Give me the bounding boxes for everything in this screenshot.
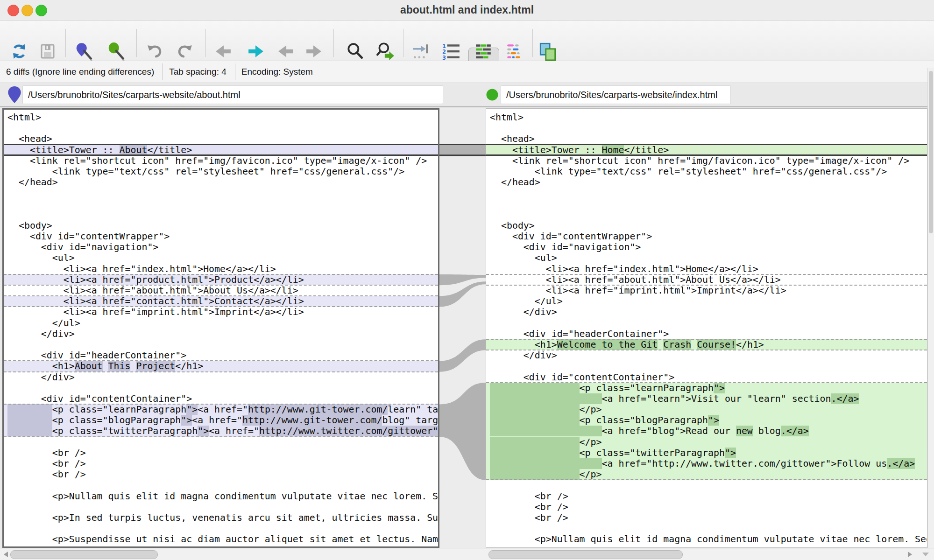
code-line: <body> xyxy=(4,220,438,231)
toolbar-separator xyxy=(333,29,334,57)
scroll-left-arrow[interactable] xyxy=(4,552,8,557)
window-title: about.html and index.html xyxy=(0,0,934,20)
diff-tool-window: about.html and index.html xyxy=(0,0,934,560)
code-line: <title>Tower :: Home</title> xyxy=(486,145,927,155)
code-line: <li><a href="index.html">Home</a></li> xyxy=(4,264,438,274)
previous-change-button[interactable] xyxy=(276,40,296,63)
code-line: <p>In sed turpis luctus, venenatis arcu … xyxy=(4,512,438,523)
code-pane-left[interactable]: <html> <head> <title>Tower :: About</tit… xyxy=(2,108,439,548)
search-button[interactable] xyxy=(345,40,365,63)
vscroll-thumb[interactable] xyxy=(929,71,933,233)
code-line: <h1>About This Project</h1> xyxy=(4,361,438,371)
green-marker-pencil-icon xyxy=(106,42,126,61)
tab-spacing-label[interactable]: Tab spacing: 4 xyxy=(163,64,235,80)
previous-diff-button[interactable] xyxy=(213,40,234,63)
encoding-label[interactable]: Encoding: System xyxy=(235,64,321,80)
code-line: <ul> xyxy=(4,252,438,263)
code-line: <ul> xyxy=(486,252,927,263)
code-line xyxy=(4,480,438,490)
code-line xyxy=(4,502,438,512)
save-icon xyxy=(39,43,56,60)
code-line: <li><a href="about.html">About Us</a></l… xyxy=(486,274,927,285)
code-line xyxy=(486,188,927,198)
blue-marker-pencil-icon xyxy=(74,42,94,61)
scroll-right-arrow[interactable] xyxy=(908,552,912,557)
syntax-coloring-button[interactable] xyxy=(504,40,525,63)
code-line: <br /> xyxy=(4,469,438,480)
syntax-coloring-icon xyxy=(505,42,524,61)
code-line: <link rel="shortcut icon" href="img/favi… xyxy=(4,155,438,166)
code-line xyxy=(4,339,438,350)
code-line: <p class="learnParagraph"> xyxy=(486,383,927,393)
code-line: </head> xyxy=(486,177,927,188)
arrow-right-icon xyxy=(305,43,322,59)
code-line: <div id="contentContainer"> xyxy=(4,393,438,404)
toolbar-separator xyxy=(65,29,66,57)
code-line: <p>Nullam quis elit id magna condimentum… xyxy=(4,491,438,502)
save-button[interactable] xyxy=(37,40,58,63)
right-file-path-field[interactable]: /Users/brunobrito/Sites/carparts-website… xyxy=(501,85,731,104)
left-file-path-field[interactable]: /Users/brunobrito/Sites/carparts-website… xyxy=(22,85,443,104)
search-icon xyxy=(346,42,364,61)
arrow-right-teal-icon xyxy=(248,43,264,59)
line-numbers-button[interactable]: 1 2 3 xyxy=(441,40,461,63)
code-line: <p>Nullam quis elit id magna condimentum… xyxy=(486,534,927,545)
code-line: <div id="contentWrapper"> xyxy=(4,231,438,242)
redo-icon xyxy=(176,42,193,60)
vertical-scrollbar[interactable] xyxy=(927,68,934,548)
inline-highlight-button[interactable] xyxy=(473,40,494,63)
toolbar-separator xyxy=(205,29,206,57)
next-diff-button[interactable] xyxy=(246,40,266,63)
code-line: <br /> xyxy=(486,491,927,502)
search-next-button[interactable] xyxy=(375,40,396,63)
diff-connectors xyxy=(439,108,486,548)
code-line: <p class="twitterParagraph"><a href="htt… xyxy=(4,426,438,436)
code-lines: <html> <head> <title>Tower :: About</tit… xyxy=(4,110,438,545)
code-line xyxy=(4,188,438,198)
toolbar-separator xyxy=(403,29,403,57)
code-line: </head> xyxy=(4,177,438,188)
diff-connector-selected[interactable] xyxy=(439,145,486,155)
code-line: <html> xyxy=(4,112,438,123)
code-line xyxy=(4,383,438,393)
code-line: <head> xyxy=(486,133,927,144)
code-line: <li><a href="index.html">Home</a></li> xyxy=(486,264,927,274)
code-line: </div> xyxy=(486,350,927,361)
diff-gutter xyxy=(439,108,486,548)
code-pane-right[interactable]: <html> <head> <title>Tower :: Home</titl… xyxy=(486,108,927,548)
left-file-marker-icon xyxy=(7,85,22,104)
code-line: <title>Tower :: About</title> xyxy=(4,145,438,155)
right-pane-hscroll-thumb[interactable] xyxy=(488,550,683,559)
code-line: <li><a href="product.html">Product</a></… xyxy=(4,274,438,285)
edit-left-button[interactable] xyxy=(74,40,94,63)
diff-connector[interactable] xyxy=(439,383,486,480)
go-to-line-button[interactable] xyxy=(410,40,431,63)
code-line: <br /> xyxy=(486,512,927,523)
refresh-button[interactable] xyxy=(9,40,29,63)
code-line xyxy=(4,437,438,448)
code-line: </p> xyxy=(486,404,927,415)
diff-connector[interactable] xyxy=(439,281,486,307)
code-line: <html> xyxy=(486,112,927,123)
code-line: <a href="learn">Visit our "learn" sectio… xyxy=(486,393,927,404)
code-line: </p> xyxy=(486,437,927,448)
code-line xyxy=(486,480,927,490)
code-line xyxy=(486,523,927,534)
code-line: <link rel="shortcut icon" href="img/favi… xyxy=(486,155,927,166)
code-line: <link type="text/css" rel="stylesheet" h… xyxy=(4,166,438,177)
redo-button[interactable] xyxy=(174,40,195,63)
edit-right-button[interactable] xyxy=(106,40,127,63)
code-line xyxy=(4,199,438,210)
left-pane-hscroll-thumb[interactable] xyxy=(10,550,158,559)
arrow-left-icon xyxy=(277,43,294,59)
svg-text:3: 3 xyxy=(442,55,446,60)
title-bar: about.html and index.html xyxy=(0,0,934,21)
code-line: <a href="blog">Read our new blog.</a> xyxy=(486,426,927,436)
next-change-button[interactable] xyxy=(304,40,324,63)
diff-connector[interactable] xyxy=(439,339,486,372)
copy-blocks-button[interactable] xyxy=(538,40,559,63)
code-line: <li><a href="imprint.html">Imprint</a></… xyxy=(4,307,438,317)
code-line: </p> xyxy=(486,469,927,480)
undo-button[interactable] xyxy=(145,40,165,63)
code-line: <link type="text/css" rel="stylesheet" h… xyxy=(486,166,927,177)
